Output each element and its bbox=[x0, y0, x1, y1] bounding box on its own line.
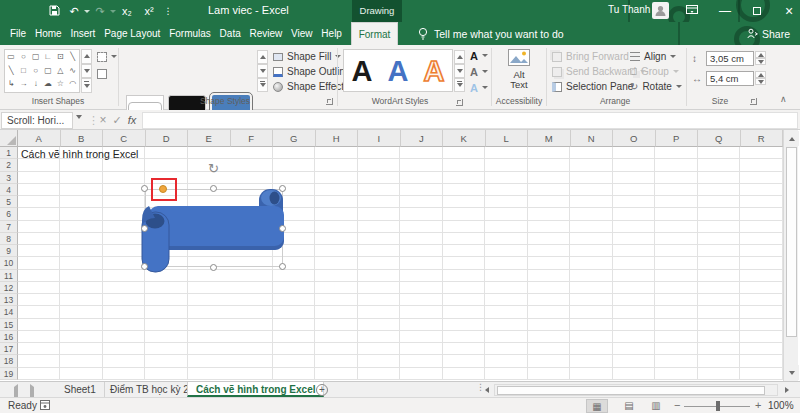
wordart-gallery[interactable]: A A A bbox=[343, 49, 453, 92]
shape-glyph[interactable]: ∟ bbox=[42, 50, 54, 64]
column-header[interactable]: L bbox=[486, 130, 529, 147]
wordart-dialog-launcher[interactable] bbox=[456, 99, 463, 106]
undo-dropdown-icon[interactable] bbox=[84, 10, 90, 13]
shape-glyph[interactable]: ☆ bbox=[54, 77, 66, 91]
tell-me-box[interactable]: Tell me what you want to do bbox=[418, 22, 564, 45]
text-box-button[interactable] bbox=[97, 67, 107, 80]
undo-button[interactable]: ↶ bbox=[66, 0, 82, 22]
wordart-style-3[interactable]: A bbox=[424, 51, 445, 91]
scroll-down-icon[interactable] bbox=[257, 64, 268, 78]
collapse-ribbon-button[interactable]: ∧ bbox=[780, 94, 787, 104]
tab-format[interactable]: Format bbox=[351, 22, 398, 45]
close-button[interactable]: × bbox=[776, 0, 800, 22]
spin-up-icon[interactable] bbox=[755, 51, 766, 58]
text-fill-button[interactable]: A bbox=[470, 49, 488, 62]
text-effects-button[interactable]: A bbox=[470, 81, 488, 94]
scroll-up-icon[interactable] bbox=[454, 50, 465, 64]
resize-handle-top-left[interactable] bbox=[141, 185, 148, 192]
row-header[interactable]: 3 bbox=[0, 172, 18, 184]
share-button[interactable]: Share bbox=[747, 22, 790, 45]
row-header[interactable]: 1 bbox=[0, 147, 18, 159]
resize-handle-bottom-center[interactable] bbox=[210, 264, 217, 271]
width-spinner[interactable] bbox=[755, 71, 766, 85]
wordart-style-1[interactable]: A bbox=[352, 51, 373, 91]
gallery-more-icon[interactable] bbox=[454, 78, 465, 92]
shape-glyph[interactable]: ▢ bbox=[30, 50, 42, 64]
shape-glyph[interactable]: □ bbox=[17, 64, 29, 78]
shape-glyph[interactable]: ⊡ bbox=[54, 50, 66, 64]
ribbon-tab[interactable]: Home bbox=[33, 22, 64, 45]
column-header[interactable]: Q bbox=[698, 130, 741, 147]
ribbon-tab[interactable]: Page Layout bbox=[102, 22, 162, 45]
resize-handle-top-right[interactable] bbox=[279, 185, 286, 192]
ribbon-tab[interactable]: View bbox=[289, 22, 315, 45]
ribbon-tab[interactable]: Review bbox=[248, 22, 285, 45]
row-header[interactable]: 11 bbox=[0, 270, 18, 282]
row-header[interactable]: 4 bbox=[0, 184, 18, 196]
subscript-button[interactable]: x₂ bbox=[118, 0, 136, 22]
shape-styles-dialog-launcher[interactable] bbox=[326, 98, 333, 105]
shape-glyph[interactable]: ▭ bbox=[5, 50, 17, 64]
sheet-tab-sheet1[interactable]: Sheet1 bbox=[56, 382, 105, 397]
spin-down-icon[interactable] bbox=[755, 78, 766, 85]
selection-pane-button[interactable]: Selection Pane bbox=[552, 80, 633, 93]
scroll-up-arrow[interactable] bbox=[784, 131, 799, 146]
zoom-level[interactable]: 100% bbox=[768, 400, 794, 411]
horizontal-scrollbar[interactable] bbox=[494, 384, 778, 396]
rotation-handle[interactable]: ↻ bbox=[208, 161, 219, 176]
column-header[interactable]: G bbox=[273, 130, 316, 147]
avatar[interactable] bbox=[652, 2, 669, 19]
row-header[interactable]: 14 bbox=[0, 306, 18, 318]
horizontal-scroll-thumb[interactable] bbox=[497, 386, 765, 395]
row-header[interactable]: 8 bbox=[0, 233, 18, 245]
row-header[interactable]: 16 bbox=[0, 331, 18, 343]
gallery-more-icon[interactable] bbox=[81, 78, 92, 93]
column-header[interactable]: B bbox=[61, 130, 104, 147]
scroll-down-arrow[interactable] bbox=[784, 365, 799, 380]
row-header[interactable]: 13 bbox=[0, 294, 18, 306]
spin-up-icon[interactable] bbox=[755, 71, 766, 78]
rotate-button[interactable]: ↻ Rotate bbox=[630, 80, 682, 93]
cancel-button[interactable]: × bbox=[96, 112, 110, 129]
superscript-button[interactable]: x² bbox=[140, 0, 158, 22]
spin-down-icon[interactable] bbox=[755, 58, 766, 65]
height-spinner[interactable] bbox=[755, 51, 766, 65]
ribbon-tab[interactable]: Formulas bbox=[167, 22, 213, 45]
shape-glyph[interactable]: ◠ bbox=[66, 77, 78, 91]
page-break-view-button[interactable]: ▥ bbox=[645, 399, 667, 413]
resize-handle-top-center[interactable] bbox=[210, 185, 217, 192]
column-header[interactable]: M bbox=[528, 130, 571, 147]
shape-fill-button[interactable]: Shape Fill bbox=[273, 50, 341, 63]
text-outline-button[interactable]: A bbox=[470, 65, 488, 78]
zoom-in-button[interactable]: + bbox=[755, 399, 761, 411]
column-header[interactable]: K bbox=[443, 130, 486, 147]
edit-shape-button[interactable] bbox=[97, 50, 117, 63]
ribbon-tab[interactable]: File bbox=[8, 22, 28, 45]
row-header[interactable]: 10 bbox=[0, 257, 18, 269]
row-header[interactable]: 2 bbox=[0, 159, 18, 171]
zoom-out-button[interactable]: − bbox=[674, 399, 680, 411]
sheet-tab-diem-tb[interactable]: Điểm TB học kỳ 2 bbox=[102, 382, 198, 397]
shape-glyph[interactable]: ↓ bbox=[30, 77, 42, 91]
vertical-scroll-thumb[interactable] bbox=[786, 147, 797, 337]
enter-button[interactable]: ✓ bbox=[110, 112, 124, 129]
row-header[interactable]: 5 bbox=[0, 196, 18, 208]
column-header[interactable]: N bbox=[571, 130, 614, 147]
redo-dropdown-icon[interactable] bbox=[110, 10, 116, 13]
gallery-more-icon[interactable] bbox=[257, 78, 268, 92]
ribbon-tab[interactable]: Insert bbox=[68, 22, 97, 45]
minimize-button[interactable]: — bbox=[712, 0, 738, 22]
shape-glyph[interactable]: ○ bbox=[17, 50, 29, 64]
column-header[interactable]: O bbox=[613, 130, 656, 147]
insert-shapes-gallery[interactable]: ▭○▢∟⊡╲╲□○▢△∿↳→↓☁☆◠ bbox=[4, 49, 80, 93]
shape-height-input[interactable]: 3,05 cm bbox=[706, 51, 754, 66]
row-header[interactable]: 12 bbox=[0, 282, 18, 294]
wordart-style-2[interactable]: A bbox=[388, 51, 409, 91]
shape-glyph[interactable]: ○ bbox=[30, 64, 42, 78]
hscroll-right-arrow[interactable] bbox=[781, 384, 793, 396]
column-header[interactable]: C bbox=[103, 130, 146, 147]
shape-glyph[interactable]: ▢ bbox=[42, 64, 54, 78]
row-header[interactable]: 6 bbox=[0, 208, 18, 220]
resize-handle-mid-right[interactable] bbox=[279, 225, 286, 232]
row-header[interactable]: 18 bbox=[0, 355, 18, 367]
